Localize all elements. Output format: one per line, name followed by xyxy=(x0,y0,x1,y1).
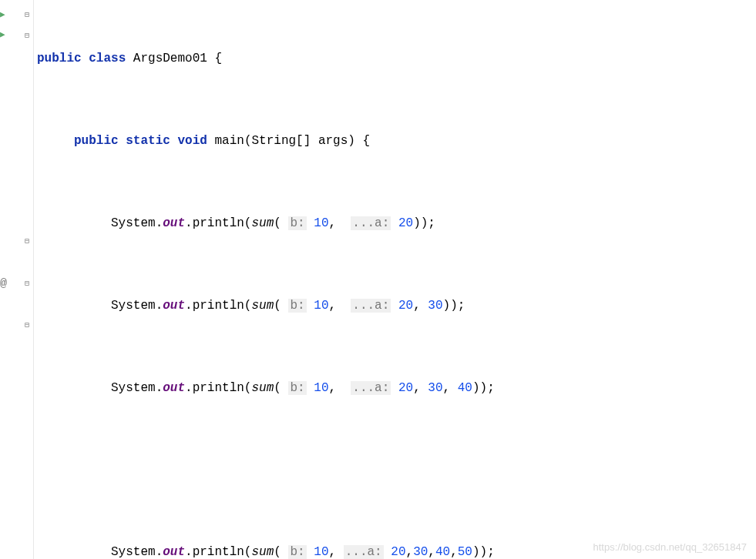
run-arrow-icon[interactable]: ▶ xyxy=(0,29,5,39)
fold-icon[interactable]: ⊟ xyxy=(25,279,29,288)
code-editor[interactable]: public class ArgsDemo01 { public static … xyxy=(34,0,756,559)
fold-icon[interactable]: ⊟ xyxy=(25,236,29,246)
fold-icon[interactable]: ⊟ xyxy=(25,320,29,330)
keyword-public: public xyxy=(37,52,82,65)
fold-icon[interactable]: ⊟ xyxy=(25,10,29,19)
watermark-text: https://blog.csdn.net/qq_32651847 xyxy=(593,541,748,553)
override-icon[interactable]: @ xyxy=(0,277,7,290)
editor-gutter: ▶ ▶ ⊟ ⊟ ⊟ @ ⊟ ⊟ xyxy=(0,0,34,559)
keyword-class: class xyxy=(89,52,126,65)
class-name: ArgsDemo01 xyxy=(133,52,207,65)
fold-icon[interactable]: ⊟ xyxy=(25,31,29,40)
run-arrow-icon[interactable]: ▶ xyxy=(0,9,5,19)
